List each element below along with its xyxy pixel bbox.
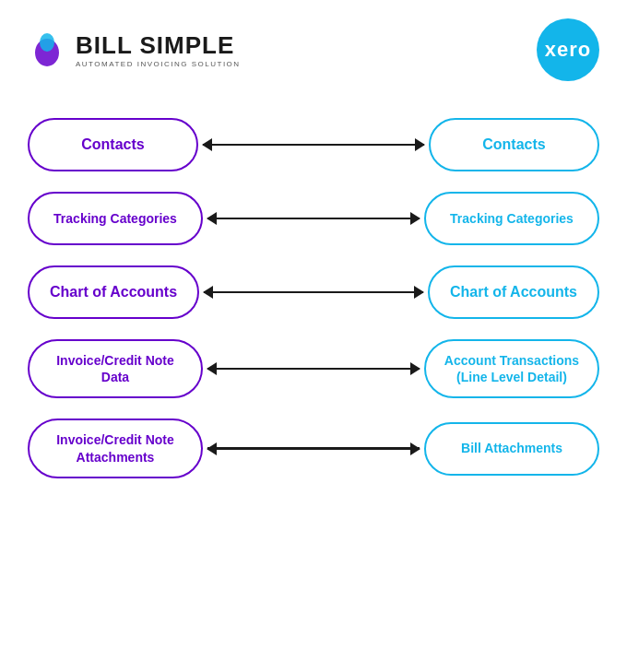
right-pill-bill-attachments: Bill Attachments (424, 422, 599, 476)
mapping-row-contacts: Contacts Contacts (28, 118, 599, 171)
left-label-contacts: Contacts (81, 136, 144, 155)
left-label-coa: Chart of Accounts (50, 283, 177, 302)
xero-logo: xero (537, 18, 599, 81)
left-pill-tracking: Tracking Categories (28, 192, 203, 245)
arrow-coa (204, 283, 423, 301)
left-pill-contacts: Contacts (28, 118, 198, 171)
left-pill-invoice-data: Invoice/Credit NoteData (28, 339, 203, 398)
logo-main-text: BILL SIMPLE (76, 31, 241, 60)
bill-simple-icon (28, 30, 66, 69)
right-pill-contacts: Contacts (429, 118, 599, 171)
svg-point-1 (40, 33, 54, 52)
left-pill-coa: Chart of Accounts (28, 265, 199, 319)
mapping-row-tracking: Tracking Categories Tracking Categories (28, 192, 599, 245)
mapping-container: Contacts Contacts Tracking Categories Tr… (28, 118, 599, 478)
mapping-row-attachments: Invoice/Credit NoteAttachments Bill Atta… (28, 419, 599, 477)
right-label-tracking: Tracking Categories (450, 210, 574, 227)
left-label-tracking: Tracking Categories (53, 210, 177, 227)
xero-label: xero (545, 38, 591, 62)
right-label-coa: Chart of Accounts (450, 283, 577, 302)
bill-simple-logo: BILL SIMPLE AUTOMATED INVOICING SOLUTION (28, 30, 241, 69)
arrow-contacts (203, 136, 424, 154)
left-label-attachments: Invoice/Credit NoteAttachments (56, 431, 174, 465)
right-label-contacts: Contacts (482, 136, 545, 155)
right-label-account-transactions: Account Transactions(Line Level Detail) (444, 352, 579, 385)
right-pill-account-transactions: Account Transactions(Line Level Detail) (424, 339, 599, 398)
left-pill-attachments: Invoice/Credit NoteAttachments (28, 419, 203, 477)
mapping-row-coa: Chart of Accounts Chart of Accounts (28, 265, 599, 319)
page: BILL SIMPLE AUTOMATED INVOICING SOLUTION… (0, 0, 627, 672)
header: BILL SIMPLE AUTOMATED INVOICING SOLUTION… (28, 18, 599, 81)
mapping-row-invoice-data: Invoice/Credit NoteData Account Transact… (28, 339, 599, 398)
logo-sub-text: AUTOMATED INVOICING SOLUTION (76, 60, 241, 68)
arrow-tracking (207, 209, 420, 228)
arrow-invoice-data (207, 360, 420, 378)
left-label-invoice-data: Invoice/Credit NoteData (56, 352, 174, 385)
right-label-bill-attachments: Bill Attachments (461, 440, 562, 456)
arrow-attachments (207, 440, 420, 458)
right-pill-coa: Chart of Accounts (428, 265, 599, 319)
right-pill-tracking: Tracking Categories (424, 192, 599, 245)
